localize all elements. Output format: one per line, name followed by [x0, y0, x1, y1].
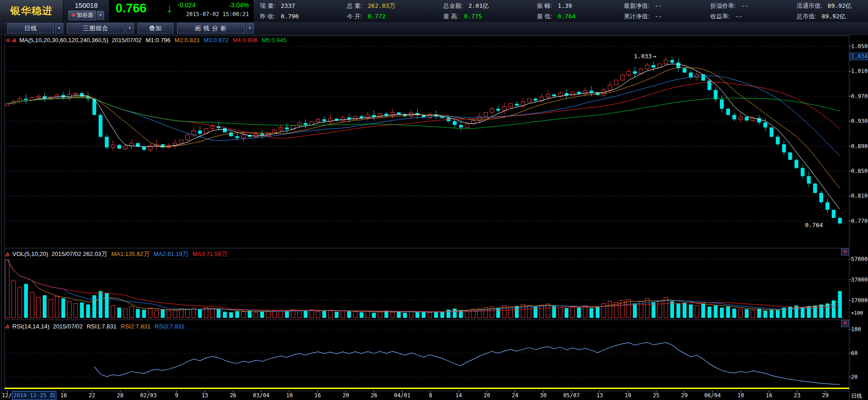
- axis-tick-label: 20: [851, 374, 857, 380]
- peak-price-annotation: 1.033→: [634, 53, 656, 60]
- ma-values-text: MA(5,10,20,30,60,120,240,360,5) 2015/07/…: [19, 37, 287, 44]
- arrow-right-icon: →: [652, 53, 656, 60]
- axis-tick-label: 1.050: [851, 43, 868, 50]
- indicator-bars-icon: [6, 252, 10, 256]
- axis-tick-label: 37000: [851, 277, 868, 283]
- rsi-values-text: RSI(14,14,14) 2015/07/02RSI1:7.831RSI2:7…: [12, 323, 184, 330]
- axis-tick-label: 1.010: [851, 68, 868, 74]
- period-corner-label: 日线: [851, 392, 862, 400]
- close-circle-icon[interactable]: ⊗: [6, 37, 11, 44]
- indicator-value: MA3:71.59万: [193, 250, 227, 257]
- crosshair-price-label: 1.034: [850, 53, 868, 60]
- indicator-value: M2:0.823: [175, 37, 199, 44]
- indicator-value: M1:0.796: [146, 37, 171, 44]
- right-axis-column: 1.0501.0100.9700.9300.8900.8500.8100.770…: [851, 0, 868, 400]
- indicator-value: RSI3:7.831: [155, 323, 184, 330]
- close-rsi-panel-button[interactable]: ✕: [841, 320, 849, 327]
- axis-tick-label: 0.850: [851, 168, 868, 174]
- indicator-value: MA2:81.19万: [154, 250, 188, 257]
- rsi-indicator-row: RSI(14,14,14) 2015/07/02RSI1:7.831RSI2:7…: [6, 323, 184, 330]
- chart-canvas[interactable]: [0, 0, 868, 400]
- axis-tick-label: 0.770: [851, 218, 868, 224]
- axis-tick-label: 0.810: [851, 193, 868, 199]
- indicator-bars-icon: [12, 38, 17, 42]
- indicator-bars-icon: [6, 324, 10, 328]
- axis-tick-label: 0.930: [851, 118, 868, 124]
- indicator-value: M4:0.906: [232, 37, 257, 44]
- axis-tick-label: 0.890: [851, 143, 868, 150]
- indicator-value: MA1:135.62万: [111, 250, 149, 257]
- indicator-value: M5:0.945: [261, 37, 286, 44]
- axis-tick-label: 60: [851, 350, 857, 356]
- vol-indicator-row: VOL(5,10,20) 2015/07/02 262.03万MA1:135.6…: [6, 250, 227, 258]
- axis-tick-label: 17000: [851, 297, 868, 304]
- close-volume-panel-button[interactable]: ✕: [841, 249, 849, 256]
- indicator-value: M3:0.872: [204, 37, 228, 44]
- ma-indicator-row: ⊗ MA(5,10,20,30,60,120,240,360,5) 2015/0…: [6, 37, 287, 44]
- crosshair-date-label: 2014-12-25 四: [12, 391, 56, 400]
- indicator-value: RSI2:7.831: [121, 323, 150, 330]
- low-price-annotation: 0.764: [805, 222, 823, 228]
- axis-tick-label: 57000: [851, 256, 868, 262]
- axis-tick-label: 100: [851, 326, 861, 333]
- indicator-value: RSI1:7.831: [87, 323, 116, 330]
- axis-tick-label: 0.970: [851, 93, 868, 100]
- volume-unit-label: ×100: [851, 310, 863, 316]
- vol-values-text: VOL(5,10,20) 2015/07/02 262.03万MA1:135.6…: [12, 250, 227, 258]
